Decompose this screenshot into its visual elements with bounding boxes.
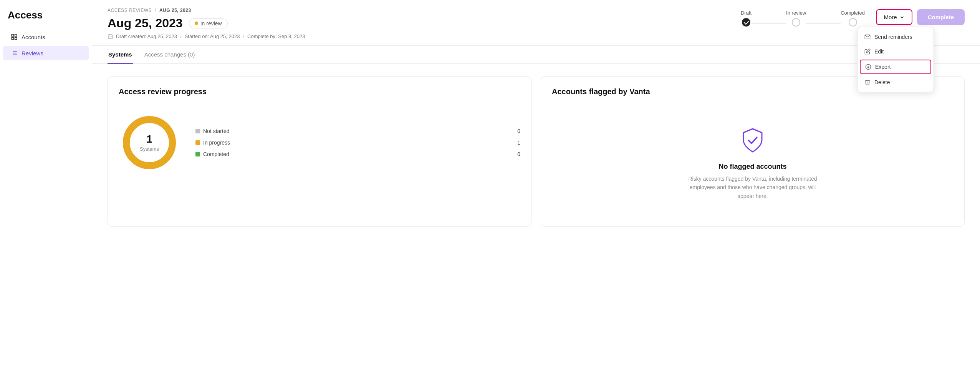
donut-center: 1 Systems (140, 133, 159, 152)
svg-rect-1 (15, 34, 17, 36)
page-title: Aug 25, 2023 (108, 16, 183, 30)
sidebar-title: Access (0, 9, 92, 29)
step-inreview: In review (786, 10, 806, 27)
meta-started: Started on: Aug 25, 2023 (185, 33, 240, 39)
step-inreview-circle (792, 18, 800, 27)
step-completed: Completed (841, 10, 865, 27)
complete-button[interactable]: Complete (917, 9, 965, 25)
card-divider-1 (108, 104, 531, 104)
trash-icon (864, 79, 871, 85)
more-button[interactable]: More (876, 9, 912, 25)
svg-rect-0 (12, 34, 13, 36)
sidebar-reviews-label: Reviews (22, 50, 43, 57)
step-connector-2 (806, 23, 841, 23)
header-area: ACCESS REVIEWS / AUG 25, 2023 Aug 25, 20… (92, 0, 980, 46)
legend: Not started 0 In progress 1 (195, 128, 520, 157)
dropdown-send-reminders[interactable]: Send reminders (858, 30, 934, 44)
flagged-card: Accounts flagged by Vanta No flagged acc… (541, 76, 965, 227)
dropdown-edit[interactable]: Edit (858, 44, 934, 59)
tabs-row: Systems Access changes (0) (92, 46, 980, 64)
progress-card-inner: 1 Systems Not started 0 (119, 112, 520, 173)
legend-dot-not-started (195, 129, 200, 133)
legend-label-not-started: Not started (203, 128, 229, 134)
status-dot (195, 22, 198, 25)
donut-label: Systems (140, 146, 159, 152)
shield-check-icon (741, 127, 764, 154)
legend-count-not-started: 0 (517, 128, 520, 134)
sidebar-accounts-label: Accounts (22, 34, 45, 40)
calendar-icon (108, 34, 113, 39)
chevron-down-icon (899, 15, 905, 20)
legend-item-in-progress: In progress 1 (195, 140, 520, 146)
breadcrumb-separator: / (155, 8, 156, 13)
breadcrumb-current: AUG 25, 2023 (159, 8, 191, 13)
edit-icon (864, 48, 871, 55)
legend-label-in-progress: In progress (203, 140, 230, 146)
dropdown-delete[interactable]: Delete (858, 75, 934, 90)
step-completed-circle (849, 18, 857, 27)
step-draft-label: Draft (741, 10, 752, 16)
dropdown-menu: Send reminders Edit Export (857, 27, 934, 92)
tab-access-changes[interactable]: Access changes (0) (144, 46, 196, 64)
legend-item-completed: Completed 0 (195, 151, 520, 157)
header-buttons: More Complete (876, 9, 965, 25)
svg-rect-3 (15, 38, 17, 40)
meta-draft: Draft created: Aug 25, 2023 (116, 33, 177, 39)
delete-label: Delete (874, 79, 890, 85)
sidebar-item-reviews[interactable]: Reviews (3, 46, 89, 60)
download-icon (865, 64, 871, 70)
legend-dot-in-progress (195, 140, 200, 145)
sidebar: Access Accounts Reviews (0, 0, 92, 386)
tab-systems[interactable]: Systems (108, 46, 133, 64)
legend-item-not-started: Not started 0 (195, 128, 520, 134)
legend-label-completed: Completed (203, 151, 229, 157)
status-badge: In review (189, 18, 228, 28)
tab-systems-label: Systems (108, 51, 132, 58)
mail-icon (864, 34, 871, 40)
legend-dot-completed (195, 152, 200, 156)
flagged-card-inner: No flagged accounts Risky accounts flagg… (552, 112, 954, 216)
card-divider-2 (541, 104, 964, 104)
list-icon (11, 50, 18, 57)
flagged-empty-desc: Risky accounts flagged by Vanta, includi… (687, 175, 818, 200)
status-label: In review (200, 20, 222, 27)
complete-label: Complete (928, 14, 954, 20)
step-inreview-label: In review (786, 10, 806, 16)
meta-row: Draft created: Aug 25, 2023 / Started on… (108, 33, 965, 39)
edit-label: Edit (874, 48, 884, 55)
tab-access-changes-label: Access changes (0) (144, 51, 195, 58)
grid-icon (11, 33, 18, 40)
progress-card-title: Access review progress (119, 87, 520, 96)
main-content: ACCESS REVIEWS / AUG 25, 2023 Aug 25, 20… (92, 0, 980, 386)
progress-steps: Draft In review Completed (741, 10, 865, 27)
step-completed-label: Completed (841, 10, 865, 16)
dropdown-export[interactable]: Export (860, 60, 931, 74)
step-draft: Draft (741, 10, 752, 27)
progress-card: Access review progress 1 Systems (108, 76, 531, 227)
legend-count-in-progress: 1 (517, 140, 520, 146)
export-label: Export (875, 64, 891, 70)
donut-number: 1 (140, 133, 159, 145)
breadcrumb-parent[interactable]: ACCESS REVIEWS (108, 8, 152, 13)
meta-complete-by: Complete by: Sep 8, 2023 (247, 33, 305, 39)
svg-rect-2 (12, 38, 13, 40)
legend-count-completed: 0 (517, 151, 520, 157)
donut-chart: 1 Systems (119, 112, 180, 173)
step-draft-circle (742, 18, 750, 27)
send-reminders-label: Send reminders (874, 34, 912, 40)
sidebar-item-accounts[interactable]: Accounts (3, 30, 89, 44)
step-connector-1 (752, 23, 786, 23)
content-area: Access review progress 1 Systems (92, 64, 980, 239)
flagged-empty-title: No flagged accounts (718, 163, 786, 171)
more-label: More (884, 14, 897, 20)
svg-rect-10 (108, 35, 113, 39)
shield-icon-wrap (741, 127, 764, 156)
